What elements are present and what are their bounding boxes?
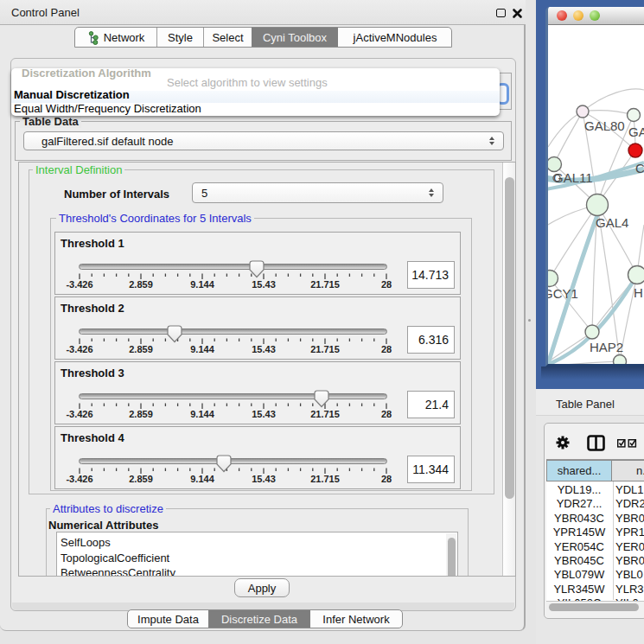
svg-text:GAL11: GAL11 [553, 170, 593, 185]
svg-text:GAL4: GAL4 [596, 215, 628, 230]
svg-text:GA: GA [628, 124, 644, 139]
svg-text:H: H [634, 285, 643, 300]
svg-text:C: C [635, 161, 644, 175]
svg-text:GCY1: GCY1 [548, 286, 578, 301]
svg-text:HAP2: HAP2 [590, 340, 623, 354]
svg-text:GAL80: GAL80 [584, 118, 625, 133]
